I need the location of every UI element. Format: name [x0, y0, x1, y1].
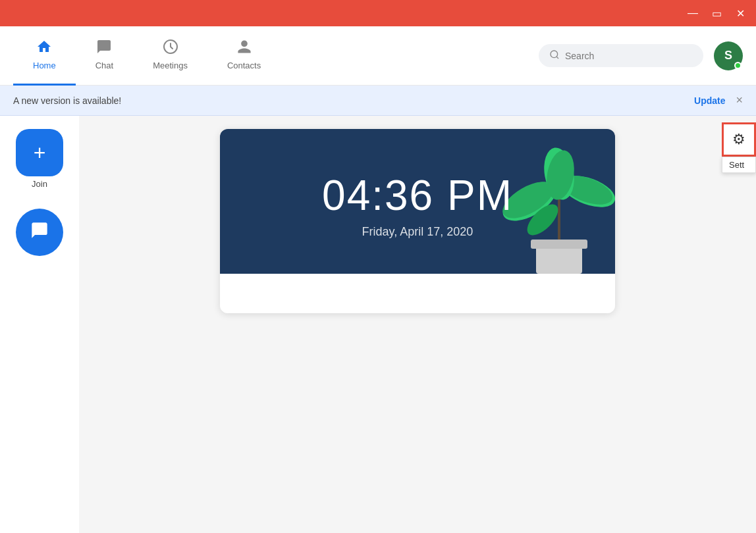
join-fab-container: + Join	[16, 129, 63, 189]
center-content: 04:36 PM Friday, April 17, 2020	[79, 116, 756, 533]
tab-meetings-label: Meetings	[153, 61, 188, 70]
plus-icon: +	[34, 141, 46, 165]
clock-bottom-panel	[220, 274, 615, 313]
update-message: A new version is available!	[13, 95, 685, 106]
update-link[interactable]: Update	[694, 95, 725, 106]
secondary-action-button[interactable]	[16, 209, 63, 256]
settings-tooltip-text: Sett	[729, 160, 744, 170]
search-box[interactable]	[539, 44, 703, 67]
search-input[interactable]	[565, 51, 693, 61]
join-label: Join	[32, 179, 47, 189]
close-button[interactable]: ✕	[730, 4, 751, 22]
header: Home Chat Meetings	[0, 26, 756, 86]
tab-meetings[interactable]: Meetings	[133, 26, 207, 86]
nav-tabs: Home Chat Meetings	[13, 26, 539, 86]
banner-close-button[interactable]: ×	[736, 93, 743, 107]
tab-home-label: Home	[33, 61, 56, 70]
search-icon	[549, 49, 560, 62]
left-sidebar: + Join	[0, 116, 79, 533]
contacts-icon	[236, 39, 252, 57]
clock-card: 04:36 PM Friday, April 17, 2020	[220, 129, 615, 313]
secondary-icon	[30, 221, 49, 243]
update-banner: A new version is available! Update ×	[0, 86, 756, 116]
new-meeting-button[interactable]: +	[16, 129, 63, 176]
avatar-letter: S	[724, 49, 732, 63]
clock-time: 04:36 PM	[322, 171, 513, 220]
secondary-fab-container	[16, 209, 63, 256]
close-icon: ✕	[736, 7, 745, 20]
restore-icon: ▭	[712, 7, 722, 20]
meetings-icon	[163, 39, 178, 57]
tab-contacts-label: Contacts	[227, 61, 261, 70]
minimize-button[interactable]: —	[682, 4, 703, 22]
settings-tooltip: Sett	[722, 157, 756, 173]
clock-date: Friday, April 17, 2020	[362, 225, 473, 239]
tab-chat[interactable]: Chat	[76, 26, 133, 86]
restore-button[interactable]: ▭	[706, 4, 727, 22]
home-icon	[36, 39, 52, 57]
clock-hero: 04:36 PM Friday, April 17, 2020	[220, 129, 615, 274]
avatar[interactable]: S	[714, 41, 743, 70]
svg-point-1	[551, 51, 558, 58]
tab-contacts[interactable]: Contacts	[207, 26, 281, 86]
settings-button[interactable]: ⚙	[722, 122, 756, 157]
search-container	[539, 44, 703, 67]
settings-button-container: ⚙ Sett	[722, 122, 756, 173]
chat-icon	[96, 39, 112, 57]
online-status-badge	[734, 62, 742, 69]
plant-decoration	[497, 142, 615, 274]
title-bar: — ▭ ✕	[0, 0, 756, 26]
tab-chat-label: Chat	[95, 61, 113, 70]
svg-rect-3	[531, 240, 587, 249]
main-content: + Join 04:36 PM Friday, April 17, 2020	[0, 116, 756, 533]
minimize-icon: —	[688, 7, 698, 19]
gear-icon: ⚙	[732, 131, 745, 148]
tab-home[interactable]: Home	[13, 26, 76, 86]
